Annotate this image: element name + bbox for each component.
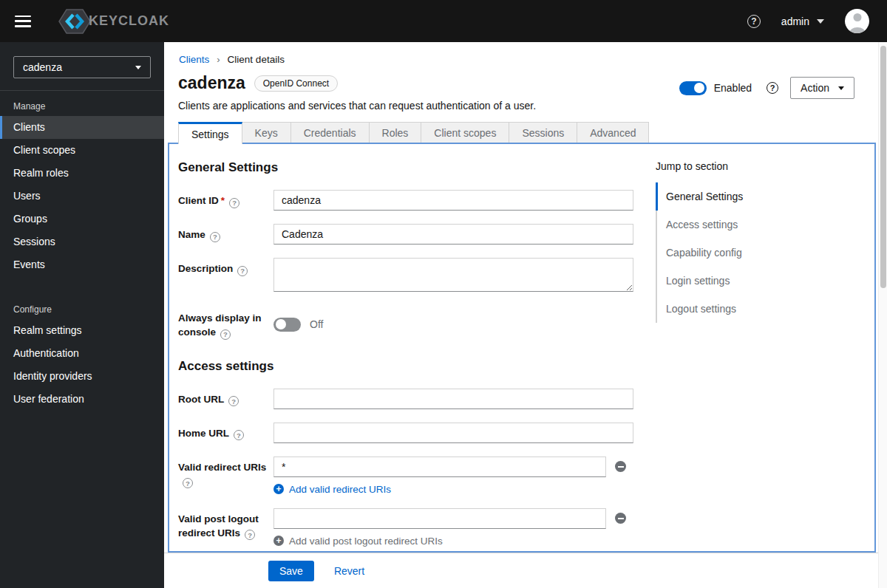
name-label: Name xyxy=(178,229,205,240)
page-header: cadenza OpenID Connect Clients are appli… xyxy=(178,73,536,112)
tab-advanced[interactable]: Advanced xyxy=(577,122,649,143)
valid-redirect-uris-row: Valid redirect URIs + Add valid redirect… xyxy=(178,457,642,495)
sidebar-item-groups[interactable]: Groups xyxy=(0,208,164,230)
help-icon[interactable] xyxy=(220,329,231,340)
sidebar-item-authentication[interactable]: Authentication xyxy=(0,342,164,365)
username: admin xyxy=(781,16,809,27)
enabled-label: Enabled xyxy=(714,82,752,94)
realm-selector-value: cadenza xyxy=(23,61,62,73)
plus-circle-icon: + xyxy=(273,484,284,494)
user-menu-dropdown[interactable]: admin xyxy=(781,16,824,27)
breadcrumb-current: Client details xyxy=(228,54,285,65)
breadcrumb-clients-link[interactable]: Clients xyxy=(179,54,209,65)
action-dropdown[interactable]: Action xyxy=(790,77,854,99)
jump-item-logout-settings[interactable]: Logout settings xyxy=(656,295,863,323)
nav-group-title-configure: Configure xyxy=(0,294,164,319)
valid-redirect-uri-input[interactable] xyxy=(273,457,606,477)
sidebar-item-identity-providers[interactable]: Identity providers xyxy=(0,365,164,388)
remove-post-logout-uri-button[interactable] xyxy=(615,513,626,524)
tab-sessions[interactable]: Sessions xyxy=(509,122,577,143)
sidebar-nav: Manage Clients Client scopes Realm roles… xyxy=(0,91,164,411)
help-icon[interactable] xyxy=(210,232,220,242)
help-icon[interactable] xyxy=(245,530,255,540)
root-url-label: Root URL xyxy=(178,394,224,405)
settings-form: General Settings Client ID* Name xyxy=(178,144,642,551)
sidebar-item-client-scopes[interactable]: Client scopes xyxy=(0,139,164,162)
description-textarea[interactable] xyxy=(273,258,633,292)
protocol-badge: OpenID Connect xyxy=(254,75,338,92)
tab-client-scopes[interactable]: Client scopes xyxy=(421,122,509,143)
always-display-row: Always display in console Off xyxy=(178,307,642,340)
realm-selector[interactable]: cadenza xyxy=(13,56,151,78)
keycloak-logo: KEYCLOAK xyxy=(58,7,169,35)
add-post-logout-uri-button[interactable]: + Add valid post logout redirect URIs xyxy=(273,536,443,547)
help-icon[interactable] xyxy=(183,478,193,488)
tab-settings[interactable]: Settings xyxy=(178,122,242,144)
sidebar-item-realm-roles[interactable]: Realm roles xyxy=(0,162,164,185)
home-url-row: Home URL xyxy=(178,423,642,443)
form-footer: Save Revert xyxy=(164,553,878,588)
always-display-toggle[interactable] xyxy=(273,318,301,332)
tab-keys[interactable]: Keys xyxy=(242,122,291,143)
tab-credentials[interactable]: Credentials xyxy=(291,122,370,143)
sidebar-item-user-federation[interactable]: User federation xyxy=(0,388,164,411)
enabled-toggle[interactable] xyxy=(679,81,707,95)
help-icon[interactable] xyxy=(767,82,778,94)
jump-to-section-title: Jump to section xyxy=(656,160,863,172)
chevron-down-icon xyxy=(135,66,141,69)
remove-redirect-uri-button[interactable] xyxy=(615,461,626,472)
required-indicator: * xyxy=(221,195,225,206)
keycloak-logo-icon xyxy=(58,7,92,35)
nav-group-title-manage: Manage xyxy=(0,91,164,116)
general-settings-heading: General Settings xyxy=(178,160,642,175)
breadcrumb-separator-icon xyxy=(217,54,220,65)
jump-item-access-settings[interactable]: Access settings xyxy=(656,211,863,239)
main-content: Clients Client details cadenza OpenID Co… xyxy=(164,42,887,588)
brand-text: KEYCLOAK xyxy=(89,13,169,29)
help-icon[interactable] xyxy=(237,266,248,276)
sidebar-item-clients[interactable]: Clients xyxy=(0,116,164,139)
chevron-down-icon xyxy=(838,86,844,90)
header-controls: Enabled Action xyxy=(679,77,854,99)
root-url-input[interactable] xyxy=(273,389,633,409)
client-id-label: Client ID xyxy=(178,195,219,206)
chevron-down-icon xyxy=(817,19,824,24)
description-label: Description xyxy=(178,263,233,274)
plus-circle-icon: + xyxy=(273,536,284,546)
help-icon[interactable]: ? xyxy=(747,15,761,28)
valid-redirect-uris-label: Valid redirect URIs xyxy=(178,462,266,473)
avatar[interactable] xyxy=(845,9,869,33)
revert-button[interactable]: Revert xyxy=(334,565,364,577)
access-settings-heading: Access settings xyxy=(178,359,642,374)
sidebar-item-realm-settings[interactable]: Realm settings xyxy=(0,319,164,342)
home-url-input[interactable] xyxy=(273,423,633,443)
keycloak-admin-console: KEYCLOAK ? admin cadenza Manage Clients … xyxy=(0,0,887,588)
jump-item-capability-config[interactable]: Capability config xyxy=(656,239,863,267)
home-url-label: Home URL xyxy=(178,428,229,439)
jump-item-login-settings[interactable]: Login settings xyxy=(656,267,863,295)
post-logout-uri-input[interactable] xyxy=(273,508,606,529)
name-input[interactable] xyxy=(273,224,633,245)
save-button[interactable]: Save xyxy=(268,561,314,581)
add-redirect-uri-button[interactable]: + Add valid redirect URIs xyxy=(273,484,391,495)
tab-roles[interactable]: Roles xyxy=(370,122,422,143)
scrollbar-thumb[interactable] xyxy=(880,46,886,288)
name-row: Name xyxy=(178,224,642,245)
sidebar-item-sessions[interactable]: Sessions xyxy=(0,230,164,253)
help-icon[interactable] xyxy=(229,198,239,208)
description-row: Description xyxy=(178,258,642,294)
help-icon[interactable] xyxy=(228,396,239,406)
jump-item-general-settings[interactable]: General Settings xyxy=(656,182,863,211)
scrollbar[interactable] xyxy=(878,42,887,588)
jump-to-section: Jump to section General Settings Access … xyxy=(656,144,863,323)
client-id-row: Client ID* xyxy=(178,190,642,211)
help-icon[interactable] xyxy=(234,430,244,440)
sidebar: cadenza Manage Clients Client scopes Rea… xyxy=(0,42,164,588)
sidebar-item-users[interactable]: Users xyxy=(0,185,164,208)
breadcrumb: Clients Client details xyxy=(179,54,285,65)
page-subtitle: Clients are applications and services th… xyxy=(178,100,536,112)
menu-toggle-icon[interactable] xyxy=(15,16,31,27)
sidebar-item-events[interactable]: Events xyxy=(0,253,164,276)
toggle-state-label: Off xyxy=(310,318,323,330)
client-id-input[interactable] xyxy=(273,190,633,211)
